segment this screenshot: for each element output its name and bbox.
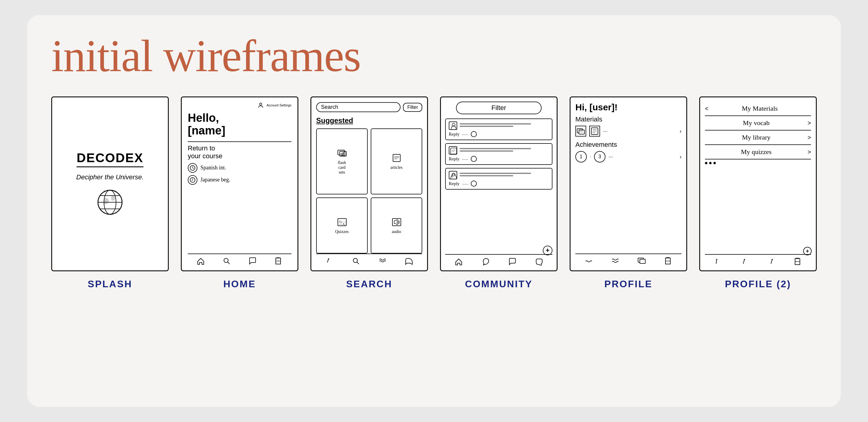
course-2-icon xyxy=(188,175,197,185)
search-nav-search-icon[interactable] xyxy=(351,257,361,266)
my-quizzes-label: My quizzes xyxy=(741,148,772,156)
svg-marker-28 xyxy=(394,219,397,225)
search-nav-icon-3[interactable] xyxy=(378,257,387,266)
profile2-nav-icon-4[interactable] xyxy=(793,257,802,266)
flashcard-icon xyxy=(337,148,347,158)
profile-nav-icon-1[interactable] xyxy=(584,257,593,266)
community-nav xyxy=(445,254,553,266)
profile2-nav-icon-3[interactable] xyxy=(767,257,776,266)
search-card-flashcards[interactable]: flashcardsets xyxy=(316,128,368,194)
my-materials-label: My Materials xyxy=(742,104,778,113)
community-fab-button[interactable]: + xyxy=(543,246,553,255)
community-post-1: Reply ····· xyxy=(445,118,553,140)
home-nav-chat-icon[interactable] xyxy=(248,257,257,266)
search-card-audio[interactable]: audio xyxy=(371,198,422,254)
quizzes-icon: Q.— —A. xyxy=(337,217,347,228)
avatar-icon-3 xyxy=(450,172,458,180)
profile2-fab-button[interactable]: + xyxy=(803,247,812,255)
search-bar-row: Search Filter xyxy=(316,102,422,112)
material-icon-1 xyxy=(575,126,586,137)
post-1-lines xyxy=(460,123,549,128)
home-label: HOME xyxy=(223,278,256,290)
home-course-2: Japanese beg. xyxy=(188,175,291,185)
svg-line-31 xyxy=(357,262,359,264)
splash-frame: DECODEX Decipher the Universe. xyxy=(51,96,169,271)
post-2-lines xyxy=(460,148,549,153)
search-section-title: Suggested xyxy=(316,116,422,125)
profile-materials-row: ··· › xyxy=(575,126,681,137)
post-2-header xyxy=(449,146,549,155)
community-nav-icon-4[interactable] xyxy=(535,257,544,266)
profile2-label: PROFILE (2) xyxy=(725,278,791,290)
post-3-circle xyxy=(471,181,477,187)
my-vocab-right-arrow: > xyxy=(807,120,811,127)
avatar-icon-1 xyxy=(450,122,458,130)
svg-rect-27 xyxy=(393,218,401,226)
community-nav-icon-3[interactable] xyxy=(508,257,517,266)
profile2-nav-icon-1[interactable] xyxy=(714,257,723,266)
splash-logo: DECODEX xyxy=(76,151,144,167)
materials-arrow[interactable]: › xyxy=(680,128,681,134)
home-nav-search-icon[interactable] xyxy=(222,257,231,266)
post-2-footer: Reply ····· xyxy=(449,156,549,162)
material-article-icon xyxy=(590,127,599,135)
community-nav-icon-2[interactable] xyxy=(481,257,490,266)
post-3-avatar xyxy=(449,171,457,179)
svg-line-13 xyxy=(227,262,230,264)
dot-2 xyxy=(709,162,712,164)
profile-achievements-row: 1 · 3 ··· › xyxy=(575,151,681,162)
post-3-reply[interactable]: Reply xyxy=(449,181,460,186)
search-content: Search Filter Suggested xyxy=(311,97,427,270)
home-section-title: Return toyour course xyxy=(188,144,291,160)
search-input[interactable]: Search xyxy=(316,102,401,112)
post-2-dots: ····· xyxy=(462,156,468,161)
home-frame: Account Settings Hello,[name] Return toy… xyxy=(181,96,299,271)
dot-3 xyxy=(713,162,716,164)
profile2-content: < My Materials My vocab > My library > xyxy=(700,97,816,270)
material-flashcard-icon xyxy=(577,127,585,135)
search-card-articles[interactable]: articles xyxy=(371,128,422,194)
home-content: Account Settings Hello,[name] Return toy… xyxy=(182,97,298,270)
search-frame: Search Filter Suggested xyxy=(310,96,428,271)
achievement-1: 1 xyxy=(575,151,587,162)
dot-1 xyxy=(705,162,707,164)
svg-point-55 xyxy=(744,259,745,260)
svg-point-30 xyxy=(353,258,358,263)
profile2-item-library[interactable]: My library > xyxy=(705,130,811,145)
community-content: Filter xyxy=(441,97,557,270)
community-nav-icon-1[interactable] xyxy=(454,257,463,266)
wireframe-profile2: < My Materials My vocab > My library > xyxy=(699,96,817,290)
post-1-dots: ····· xyxy=(462,132,468,137)
wireframe-search: Search Filter Suggested xyxy=(310,96,428,290)
profile2-item-quizzes[interactable]: My quizzes > xyxy=(705,145,811,159)
home-nav-home-icon[interactable] xyxy=(196,257,205,266)
community-frame: Filter xyxy=(440,96,558,271)
profile2-item-materials[interactable]: < My Materials xyxy=(705,101,811,116)
profile2-item-vocab[interactable]: My vocab > xyxy=(705,116,811,130)
my-vocab-label: My vocab xyxy=(743,119,770,127)
achievement-dot: · xyxy=(590,154,591,159)
filter-button[interactable]: Filter xyxy=(403,103,422,112)
profile-nav-icon-2[interactable] xyxy=(611,257,620,266)
course-1-icon xyxy=(188,163,197,173)
card-label-quizzes: Quizzes xyxy=(335,230,349,234)
account-settings-text: Account Settings xyxy=(267,103,291,107)
post-2-reply[interactable]: Reply xyxy=(449,156,460,161)
search-grid: flashcardsets articles xyxy=(316,128,422,253)
search-nav-icon-1[interactable] xyxy=(325,257,334,266)
search-label: SEARCH xyxy=(346,278,392,290)
community-filter[interactable]: Filter xyxy=(456,101,542,114)
card-label-flashcards: flashcardsets xyxy=(338,160,346,175)
post-3-dots: ····· xyxy=(462,181,468,186)
post-1-reply[interactable]: Reply xyxy=(449,132,460,137)
home-nav-book-icon[interactable] xyxy=(274,257,283,266)
profile-nav-icon-4[interactable] xyxy=(664,257,673,266)
profile-label: PROFILE xyxy=(604,278,652,290)
achievements-arrow[interactable]: › xyxy=(680,154,681,160)
profile2-nav-icon-2[interactable] xyxy=(740,257,749,266)
search-nav-icon-4[interactable] xyxy=(404,257,413,266)
search-card-quizzes[interactable]: Q.— —A. Quizzes xyxy=(316,198,368,254)
page-title: initial wireframes xyxy=(51,33,817,79)
post-1-avatar xyxy=(449,121,457,130)
profile-nav-icon-3[interactable] xyxy=(637,257,646,266)
